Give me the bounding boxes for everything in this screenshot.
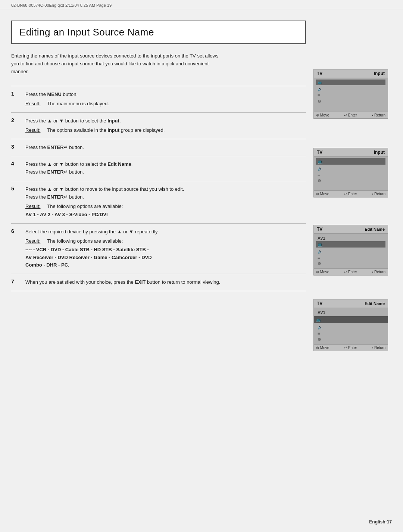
step-num-6: 6: [11, 224, 22, 274]
step-content-6: Select the required device by pressing t…: [22, 224, 306, 274]
tv-widget-2-row-tv: 📺: [316, 158, 385, 165]
step-row-2: 2 Press the ▲ or ▼ button to select the …: [11, 112, 306, 139]
tv-widget-4-row-sound: 🔈: [316, 324, 385, 330]
step-content-1: Press the MENU button. Result: The main …: [22, 86, 306, 113]
step-row-4: 4 Press the ▲ or ▼ button to select the …: [11, 156, 306, 181]
tv-widget-3-header-left: TV: [317, 227, 322, 232]
result-text-6: The following options are available:: [46, 237, 123, 245]
right-column: TV Input 📺 🔈 ≡ ⚙: [313, 21, 392, 525]
tv-widget-3-header-right: Edit Name: [365, 227, 385, 231]
tv-widget-3-row-sound: 🔈: [316, 248, 385, 255]
tv-widget-3-row-channel: ≡: [316, 255, 385, 261]
setup-icon-4: ⚙: [318, 337, 321, 342]
tv-widget-1-header-right: Input: [374, 71, 385, 76]
tv-widget-2: TV Input 📺 🔈 ≡ ⚙: [313, 148, 388, 197]
tv-widget-2-header: TV Input: [314, 148, 388, 157]
step-num-5: 5: [11, 181, 22, 223]
step-num-1: 1: [11, 86, 22, 113]
tv-widget-2-body: 📺 🔈 ≡ ⚙: [314, 157, 388, 190]
tv-widget-1-row-channel: ≡: [316, 92, 385, 98]
step-num-2: 2: [11, 112, 22, 139]
step-row-7: 7 When you are satisfied with your choic…: [11, 274, 306, 291]
step-content-3: Press the ENTER↵ button.: [22, 139, 306, 156]
step-row-6: 6 Select the required device by pressing…: [11, 224, 306, 274]
title-box: Editing an Input Source Name: [11, 21, 306, 44]
page-title: Editing an Input Source Name: [19, 27, 298, 38]
tv-widget-4-header-right: Edit Name: [365, 301, 385, 306]
setup-icon-3: ⚙: [318, 261, 321, 266]
tv-widget-3-move: ⊕ Move: [316, 270, 329, 274]
tv-widget-4: TV Edit Name AV1 📺 🔈 ≡: [313, 299, 388, 351]
sound-icon-4: 🔈: [318, 325, 323, 330]
step-num-3: 3: [11, 139, 22, 156]
tv-widget-3-footer: ⊕ Move ↵ Enter ▪ Return: [314, 268, 388, 275]
top-header: 02-BN68-00574C-00Eng.qxd 2/11/04 8:25 AM…: [0, 0, 403, 9]
tv-widget-1-header: TV Input: [314, 69, 388, 78]
channel-icon-2: ≡: [318, 172, 320, 177]
result-label-5: Result:: [25, 203, 46, 211]
step-row-5: 5 Press the ▲ or ▼ button to move to the…: [11, 181, 306, 223]
tv-icon-3: 📺: [318, 242, 323, 247]
channel-icon-1: ≡: [318, 93, 320, 97]
tv-widget-4-footer: ⊕ Move ↵ Enter ▪ Return: [314, 344, 388, 351]
result-text-5: The following options are available:: [46, 203, 123, 211]
intro-text: Entering the names of the input source d…: [11, 52, 220, 75]
step-row-3: 3 Press the ENTER↵ button.: [11, 139, 306, 156]
page-number: English-17: [369, 519, 392, 525]
result-label-2: Result:: [25, 127, 46, 134]
tv-widget-1-row-tv: 📺: [316, 80, 385, 85]
sound-icon-3: 🔈: [318, 249, 323, 254]
tv-widget-2-header-right: Input: [374, 150, 385, 155]
tv-widget-4-body: AV1 📺 🔈 ≡ ⚙: [314, 308, 388, 344]
tv-icon-1: 📺: [318, 80, 322, 84]
left-column: Editing an Input Source Name Entering th…: [11, 21, 306, 525]
tv-widget-3-enter: ↵ Enter: [344, 270, 357, 274]
options-5: AV 1 - AV 2 - AV 3 - S-Video - PC/DVI: [25, 211, 306, 219]
tv-widget-4-av-label: AV1: [316, 309, 385, 315]
tv-widget-3-av-label: AV1: [316, 235, 385, 241]
tv-widget-2-return: ▪ Return: [372, 192, 385, 196]
tv-widget-2-row-sound: 🔈: [316, 165, 385, 172]
tv-widget-1-row-sound: 🔈: [316, 86, 385, 92]
tv-widget-3-row-tv: 📺: [316, 241, 385, 248]
result-label-1: Result:: [25, 100, 46, 108]
step-content-5: Press the ▲ or ▼ button to move to the i…: [22, 181, 306, 223]
edit-panel-icon: 📺: [316, 317, 321, 322]
page-footer: English-17: [369, 519, 392, 525]
result-text-1: The main menu is displayed.: [46, 100, 109, 108]
tv-widget-4-header-left: TV: [317, 301, 322, 306]
tv-widget-1: TV Input 📺 🔈 ≡ ⚙: [313, 69, 388, 119]
tv-widget-4-edit-panel: 📺: [314, 316, 388, 323]
tv-widget-3-body: AV1 📺 🔈 ≡ ⚙: [314, 234, 388, 268]
tv-widget-3-row-setup: ⚙: [316, 261, 385, 267]
result-text-2: The options available in the Input group…: [46, 127, 165, 134]
tv-widget-4-enter: ↵ Enter: [344, 346, 357, 350]
tv-widget-3-header: TV Edit Name: [314, 225, 388, 234]
tv-widget-4-row-channel: ≡: [316, 330, 385, 336]
channel-icon-4: ≡: [318, 331, 320, 336]
setup-icon-1: ⚙: [318, 99, 321, 104]
sound-icon-2: 🔈: [318, 166, 323, 171]
channel-icon-3: ≡: [318, 255, 320, 260]
tv-widget-1-enter: ↵ Enter: [344, 113, 357, 117]
tv-widget-4-move: ⊕ Move: [316, 346, 329, 350]
step-num-4: 4: [11, 156, 22, 181]
tv-widget-1-move: ⊕ Move: [316, 113, 329, 117]
tv-widget-2-header-left: TV: [317, 150, 322, 155]
tv-widget-2-row-channel: ≡: [316, 172, 385, 178]
tv-icon-2: 📺: [318, 159, 323, 164]
tv-widget-4-header: TV Edit Name: [314, 299, 388, 308]
step-num-7: 7: [11, 274, 22, 291]
step-content-7: When you are satisfied with your choice,…: [22, 274, 306, 291]
sound-icon-1: 🔈: [318, 87, 323, 91]
tv-widget-1-body: 📺 🔈 ≡ ⚙: [314, 78, 388, 112]
step-row-1: 1 Press the MENU button. Result: The mai…: [11, 86, 306, 113]
tv-widget-1-return: ▪ Return: [372, 113, 385, 117]
main-content: Editing an Input Source Name Entering th…: [0, 9, 403, 532]
tv-widget-3: TV Edit Name AV1 📺 🔈 ≡: [313, 225, 388, 276]
tv-widget-3-return: ▪ Return: [372, 270, 385, 274]
steps-table: 1 Press the MENU button. Result: The mai…: [11, 86, 306, 291]
file-info: 02-BN68-00574C-00Eng.qxd 2/11/04 8:25 AM…: [11, 3, 112, 7]
result-label-6: Result:: [25, 237, 46, 245]
tv-widget-1-row-setup: ⚙: [316, 98, 385, 105]
